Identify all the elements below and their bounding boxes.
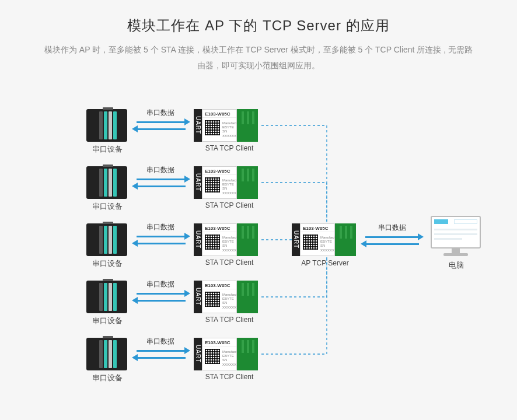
module-meta: Manufacturer EBYTESN XXXXXXXXXX	[222, 236, 237, 253]
module-model: E103-W05C	[202, 338, 236, 346]
sta-module: UARTE103-W05CManufacturer EBYTESN XXXXXX…	[194, 338, 258, 370]
qr-icon	[205, 349, 220, 364]
serial-device	[86, 281, 127, 313]
uart-label: UART	[292, 223, 300, 256]
qr-icon	[205, 120, 220, 135]
bi-arrow	[132, 348, 190, 362]
sta-module: UARTE103-W05CManufacturer EBYTESN XXXXXX…	[194, 109, 258, 142]
module-meta: Manufacturer EBYTESN XXXXXXXXXX	[222, 350, 237, 367]
arrow-label: 串口数据	[137, 279, 184, 289]
serial-device-label: 串口设备	[84, 201, 131, 212]
antenna-icon	[237, 338, 258, 370]
serial-device-label: 串口设备	[84, 373, 131, 383]
module-model: E103-W05C	[202, 167, 236, 175]
sta-module: UARTE103-W05CManufacturer EBYTESN XXXXXX…	[194, 223, 258, 256]
module-model: E103-W05C	[301, 224, 334, 232]
sta-client-label: STA TCP Client	[191, 258, 267, 267]
page-subtitle: 模块作为 AP 时，至多能被 5 个 STA 连接，模块工作在 TCP Serv…	[41, 42, 476, 73]
module-model: E103-W05C	[202, 110, 236, 118]
serial-device-label: 串口设备	[84, 316, 131, 326]
bi-arrow-ap-pc	[361, 235, 424, 249]
ap-module: UART E103-W05C Manufacturer EBYTESN XXXX…	[292, 223, 356, 256]
arrow-label: 串口数据	[137, 165, 184, 175]
arrow-label: 串口数据	[137, 337, 184, 346]
qr-icon	[205, 177, 220, 192]
module-meta: Manufacturer EBYTESN XXXXXXXXXX	[222, 121, 237, 138]
module-model: E103-W05C	[202, 281, 236, 289]
ap-server-label: AP TCP Server	[287, 259, 363, 267]
arrow-label-ap-pc: 串口数据	[369, 223, 415, 233]
sta-client-label: STA TCP Client	[191, 316, 267, 324]
bi-arrow	[132, 120, 190, 134]
module-meta: Manufacturer EBYTESN XXXXXXXXXX	[222, 178, 237, 195]
bi-arrow	[132, 291, 190, 305]
page-title: 模块工作在 AP 下的 TCP Server 的应用	[0, 16, 517, 35]
qr-icon	[205, 235, 220, 250]
arrow-label: 串口数据	[137, 108, 184, 118]
pc-label: 电脑	[433, 260, 480, 271]
antenna-icon	[237, 109, 258, 142]
serial-device-label: 串口设备	[84, 258, 131, 269]
pc-icon	[429, 216, 482, 257]
serial-device	[86, 338, 127, 370]
uart-label: UART	[194, 109, 202, 142]
sta-module: UARTE103-W05CManufacturer EBYTESN XXXXXX…	[194, 281, 258, 313]
serial-device	[86, 109, 127, 142]
arrow-label: 串口数据	[137, 222, 184, 232]
module-meta: Manufacturer EBYTESN XXXXXXXXXX	[320, 236, 335, 253]
serial-device	[86, 166, 127, 199]
antenna-icon	[237, 166, 258, 199]
sta-module: UARTE103-W05CManufacturer EBYTESN XXXXXX…	[194, 166, 258, 199]
serial-device-label: 串口设备	[84, 144, 131, 155]
uart-label: UART	[194, 281, 202, 313]
diagram-canvas: 模块工作在 AP 下的 TCP Server 的应用 模块作为 AP 时，至多能…	[0, 0, 517, 420]
antenna-icon	[237, 223, 258, 256]
uart-label: UART	[194, 166, 202, 199]
sta-client-label: STA TCP Client	[191, 373, 267, 381]
qr-icon	[303, 235, 318, 250]
serial-device	[86, 223, 127, 256]
sta-client-label: STA TCP Client	[191, 201, 267, 209]
antenna-icon	[237, 281, 258, 313]
module-meta: Manufacturer EBYTESN XXXXXXXXXX	[222, 293, 237, 310]
bi-arrow	[132, 234, 190, 248]
module-model: E103-W05C	[202, 224, 236, 232]
qr-icon	[205, 292, 220, 307]
bi-arrow	[132, 177, 190, 191]
sta-client-label: STA TCP Client	[191, 144, 267, 152]
antenna-icon	[335, 223, 356, 256]
uart-label: UART	[194, 223, 202, 256]
uart-label: UART	[194, 338, 202, 370]
